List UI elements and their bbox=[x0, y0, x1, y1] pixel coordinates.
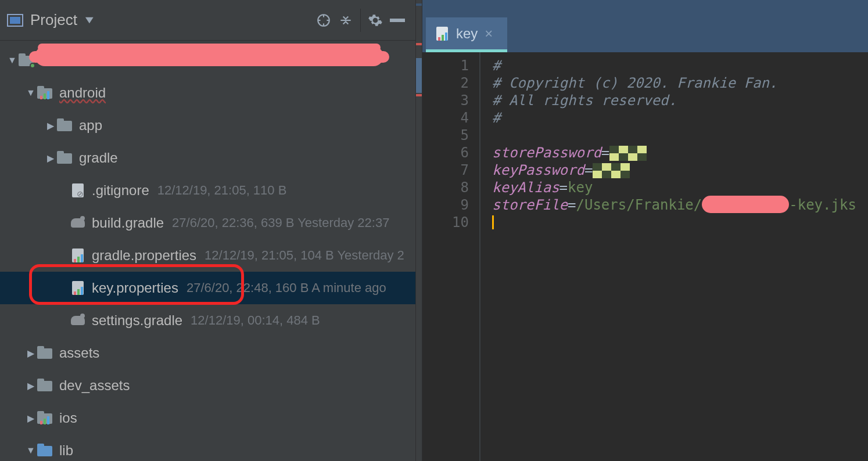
header-separator bbox=[360, 9, 361, 32]
line-number: 10 bbox=[422, 214, 469, 231]
locate-file-icon[interactable] bbox=[313, 9, 335, 31]
tree-folder-android[interactable]: android bbox=[0, 77, 415, 109]
tree-folder-ios[interactable]: ios bbox=[0, 402, 415, 434]
tree-item-label: android bbox=[59, 85, 106, 101]
line-number: 5 bbox=[422, 127, 469, 144]
tree-item-label: build.gradle bbox=[92, 215, 164, 231]
expand-arrow-icon[interactable] bbox=[24, 348, 37, 359]
folder-icon bbox=[37, 379, 53, 392]
error-marker[interactable] bbox=[416, 43, 422, 45]
expand-arrow-icon[interactable] bbox=[24, 413, 37, 424]
tree-item-label: ios bbox=[59, 410, 77, 426]
tree-folder-assets[interactable]: assets bbox=[0, 337, 415, 369]
module-folder-icon bbox=[37, 86, 53, 100]
properties-file-icon bbox=[435, 27, 449, 41]
tree-item-label: lib bbox=[59, 442, 73, 459]
editor-tab-label: key bbox=[456, 26, 478, 42]
code-area[interactable]: # # Copyright (c) 2020. Frankie Fan. # A… bbox=[480, 52, 868, 461]
project-tree: android app gradle .gitignore 12/12/19, … bbox=[0, 41, 415, 461]
gradle-file-icon bbox=[70, 216, 86, 230]
code-text: # Copyright (c) 2020. Frankie Fan. bbox=[492, 75, 777, 91]
tree-item-label: app bbox=[79, 117, 102, 134]
tree-file-gitignore[interactable]: .gitignore 12/12/19, 21:05, 110 B bbox=[0, 174, 415, 207]
tree-item-label: gradle bbox=[79, 150, 118, 166]
redaction-mark bbox=[35, 46, 383, 66]
line-number: 6 bbox=[422, 144, 469, 161]
expand-arrow-icon[interactable] bbox=[44, 120, 57, 131]
code-text: # All rights reserved. bbox=[492, 92, 677, 109]
tree-file-gradle-properties[interactable]: gradle.properties 12/12/19, 21:05, 104 B… bbox=[0, 239, 415, 272]
folder-icon bbox=[37, 346, 53, 360]
source-folder-icon bbox=[37, 444, 53, 458]
code-key: storeFile bbox=[492, 197, 568, 213]
project-view-title[interactable]: Project bbox=[30, 11, 77, 29]
gear-icon[interactable] bbox=[364, 9, 386, 31]
editor-tabs: key × bbox=[422, 0, 868, 52]
folder-icon bbox=[57, 151, 73, 165]
editor-panel: key × 1 2 3 4 5 6 7 8 9 10 # # Copyright… bbox=[422, 0, 868, 461]
svg-rect-6 bbox=[390, 19, 405, 22]
code-key: storePassword bbox=[492, 145, 601, 161]
tree-file-key-properties[interactable]: key.properties 27/6/20, 22:48, 160 B A m… bbox=[0, 272, 415, 304]
tree-folder-gradle[interactable]: gradle bbox=[0, 142, 415, 174]
dropdown-arrow-icon[interactable]: ▼ bbox=[83, 14, 96, 26]
line-number: 4 bbox=[422, 109, 469, 127]
expand-arrow-icon[interactable] bbox=[44, 153, 57, 164]
tree-folder-app[interactable]: app bbox=[0, 109, 415, 142]
expand-arrow-icon[interactable] bbox=[24, 445, 37, 456]
code-key: keyAlias bbox=[492, 179, 559, 196]
marker bbox=[416, 58, 422, 93]
project-panel: Project ▼ bbox=[0, 0, 415, 461]
tree-item-meta: 27/6/20, 22:36, 639 B Yesterday 22:37 bbox=[172, 215, 389, 230]
tree-item-meta: 12/12/19, 21:05, 104 B Yesterday 2 bbox=[205, 248, 404, 263]
collapse-all-icon[interactable] bbox=[335, 9, 357, 31]
folder-icon bbox=[57, 118, 73, 132]
tree-item-label: dev_assets bbox=[59, 377, 130, 394]
marker bbox=[416, 3, 422, 6]
tree-folder-lib[interactable]: lib bbox=[0, 434, 415, 461]
line-number: 7 bbox=[422, 161, 469, 179]
expand-arrow-icon[interactable] bbox=[6, 55, 19, 66]
code-text: # bbox=[492, 110, 500, 126]
tree-root[interactable] bbox=[0, 44, 415, 77]
code-value: key bbox=[568, 179, 593, 196]
tree-file-settings-gradle[interactable]: settings.gradle 12/12/19, 00:14, 484 B bbox=[0, 304, 415, 337]
editor-marker-strip[interactable] bbox=[415, 0, 422, 461]
redaction-mark bbox=[702, 196, 789, 213]
tree-item-meta: 27/6/20, 22:48, 160 B A minute ago bbox=[186, 280, 386, 296]
line-number: 9 bbox=[422, 196, 469, 214]
editor-tab-key[interactable]: key × bbox=[426, 17, 507, 52]
tree-item-label: .gitignore bbox=[92, 182, 149, 199]
tree-item-label: key.properties bbox=[92, 280, 178, 296]
close-tab-icon[interactable]: × bbox=[485, 26, 493, 42]
editor-body: 1 2 3 4 5 6 7 8 9 10 # # Copyright (c) 2… bbox=[422, 52, 868, 461]
code-key: keyPassword bbox=[492, 162, 584, 178]
redaction-mark bbox=[609, 146, 647, 161]
tree-item-label: assets bbox=[59, 345, 99, 361]
properties-file-icon bbox=[70, 248, 86, 262]
expand-arrow-icon[interactable] bbox=[24, 88, 37, 98]
line-number: 1 bbox=[422, 57, 469, 74]
code-text: # bbox=[492, 57, 500, 74]
cursor-caret bbox=[492, 215, 494, 229]
tree-item-label: settings.gradle bbox=[92, 312, 182, 329]
gitignore-file-icon bbox=[70, 183, 86, 197]
properties-file-icon bbox=[70, 281, 86, 295]
error-marker[interactable] bbox=[416, 94, 422, 96]
tree-item-meta: 12/12/19, 21:05, 110 B bbox=[157, 183, 287, 198]
tree-folder-dev-assets[interactable]: dev_assets bbox=[0, 369, 415, 402]
expand-arrow-icon[interactable] bbox=[24, 380, 37, 391]
module-folder-icon bbox=[37, 411, 53, 425]
gradle-file-icon bbox=[70, 314, 86, 327]
line-number: 2 bbox=[422, 74, 469, 92]
project-view-icon bbox=[7, 14, 23, 27]
line-number: 8 bbox=[422, 179, 469, 196]
tree-file-build-gradle[interactable]: build.gradle 27/6/20, 22:36, 639 B Yeste… bbox=[0, 207, 415, 239]
tree-item-label: gradle.properties bbox=[92, 247, 196, 264]
redaction-mark bbox=[593, 163, 630, 178]
line-number: 3 bbox=[422, 92, 469, 109]
code-value: /Users/Frankie/ bbox=[576, 197, 702, 213]
project-panel-header: Project ▼ bbox=[0, 0, 415, 41]
code-value: -key.jks bbox=[789, 197, 856, 213]
hide-panel-icon[interactable] bbox=[386, 9, 408, 31]
